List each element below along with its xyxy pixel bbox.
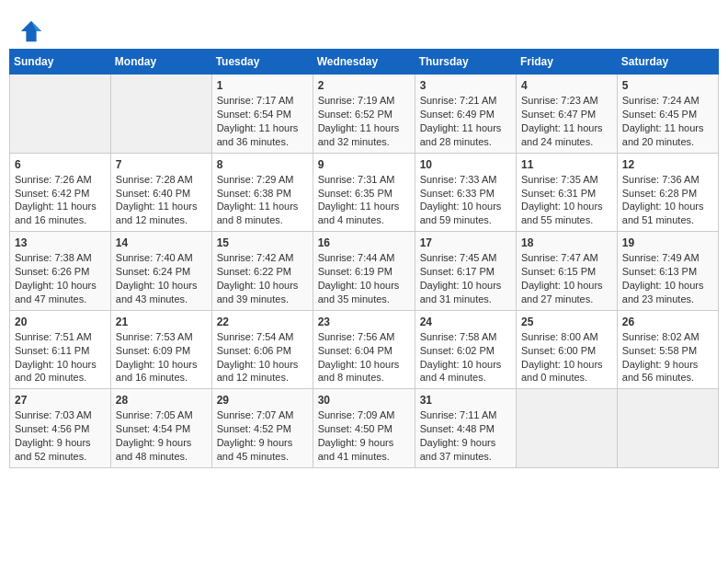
day-content: Daylight: 9 hours and 48 minutes. — [116, 436, 207, 464]
calendar-cell: 23Sunrise: 7:56 AMSunset: 6:04 PMDayligh… — [313, 310, 415, 389]
day-content: Sunset: 6:26 PM — [15, 265, 106, 279]
calendar-week-row: 13Sunrise: 7:38 AMSunset: 6:26 PMDayligh… — [10, 232, 719, 311]
day-number: 4 — [521, 78, 612, 93]
day-number: 26 — [622, 315, 713, 329]
day-number: 29 — [217, 393, 308, 408]
day-number: 21 — [116, 315, 207, 329]
day-content: Sunset: 4:54 PM — [116, 422, 207, 436]
day-content: Sunset: 6:09 PM — [116, 344, 207, 358]
day-content: Daylight: 10 hours and 20 minutes. — [15, 358, 106, 385]
day-content: Sunrise: 7:40 AM — [116, 251, 207, 265]
day-content: Daylight: 10 hours and 12 minutes. — [217, 358, 308, 385]
day-content: Daylight: 9 hours and 45 minutes. — [217, 436, 308, 464]
day-content: Sunset: 6:04 PM — [318, 344, 410, 358]
calendar-cell: 2Sunrise: 7:19 AMSunset: 6:52 PMDaylight… — [313, 75, 415, 154]
day-content: Sunrise: 7:09 AM — [318, 408, 410, 422]
calendar-cell: 7Sunrise: 7:28 AMSunset: 6:40 PMDaylight… — [110, 153, 211, 232]
day-content: Sunset: 4:48 PM — [420, 422, 511, 436]
calendar-cell: 22Sunrise: 7:54 AMSunset: 6:06 PMDayligh… — [211, 310, 313, 389]
calendar-cell: 20Sunrise: 7:51 AMSunset: 6:11 PMDayligh… — [10, 310, 111, 389]
day-content: Sunrise: 8:00 AM — [521, 330, 612, 344]
day-number: 2 — [318, 78, 410, 93]
calendar-cell: 25Sunrise: 8:00 AMSunset: 6:00 PMDayligh… — [516, 310, 617, 389]
day-content: Sunrise: 7:51 AM — [15, 330, 106, 344]
calendar-cell: 1Sunrise: 7:17 AMSunset: 6:54 PMDaylight… — [211, 75, 313, 154]
day-number: 7 — [116, 157, 207, 172]
day-content: Sunset: 4:52 PM — [217, 422, 308, 436]
day-content: Sunset: 6:17 PM — [420, 265, 511, 279]
day-number: 27 — [15, 393, 106, 408]
calendar-cell: 3Sunrise: 7:21 AMSunset: 6:49 PMDaylight… — [415, 75, 516, 154]
day-content: Sunset: 6:22 PM — [217, 265, 308, 279]
day-number: 15 — [217, 236, 308, 250]
day-content: Sunrise: 7:33 AM — [420, 173, 511, 187]
day-content: Sunset: 6:40 PM — [116, 187, 207, 201]
day-content: Sunrise: 7:21 AM — [420, 94, 511, 108]
calendar-cell: 16Sunrise: 7:44 AMSunset: 6:19 PMDayligh… — [313, 232, 415, 311]
day-content: Daylight: 11 hours and 32 minutes. — [318, 121, 410, 149]
day-content: Sunrise: 7:28 AM — [116, 173, 207, 187]
day-content: Sunrise: 7:53 AM — [116, 330, 207, 344]
day-content: Daylight: 10 hours and 16 minutes. — [116, 358, 207, 385]
day-content: Sunset: 6:06 PM — [217, 344, 308, 358]
calendar-cell: 10Sunrise: 7:33 AMSunset: 6:33 PMDayligh… — [415, 153, 516, 232]
day-content: Sunrise: 7:29 AM — [217, 173, 308, 187]
calendar-table: SundayMondayTuesdayWednesdayThursdayFrid… — [9, 49, 719, 468]
day-content: Daylight: 10 hours and 8 minutes. — [318, 358, 410, 385]
day-content: Sunrise: 7:17 AM — [217, 94, 308, 108]
calendar-cell — [516, 389, 617, 468]
calendar-cell: 12Sunrise: 7:36 AMSunset: 6:28 PMDayligh… — [617, 153, 718, 232]
calendar-week-row: 20Sunrise: 7:51 AMSunset: 6:11 PMDayligh… — [10, 310, 719, 389]
calendar-cell: 31Sunrise: 7:11 AMSunset: 4:48 PMDayligh… — [415, 389, 516, 468]
day-content: Daylight: 9 hours and 56 minutes. — [622, 358, 713, 385]
day-content: Daylight: 9 hours and 52 minutes. — [15, 436, 106, 464]
day-content: Sunset: 6:35 PM — [318, 187, 410, 201]
day-content: Sunset: 6:15 PM — [521, 265, 612, 279]
calendar-cell: 15Sunrise: 7:42 AMSunset: 6:22 PMDayligh… — [211, 232, 313, 311]
day-number: 22 — [217, 315, 308, 329]
day-number: 3 — [420, 78, 511, 93]
day-content: Sunrise: 7:35 AM — [521, 173, 612, 187]
day-content: Daylight: 11 hours and 8 minutes. — [217, 200, 308, 227]
day-content: Daylight: 11 hours and 20 minutes. — [622, 121, 713, 149]
day-content: Sunrise: 7:54 AM — [217, 330, 308, 344]
day-content: Sunrise: 7:26 AM — [15, 173, 106, 187]
day-content: Sunset: 6:33 PM — [420, 187, 511, 201]
day-header-thursday: Thursday — [415, 50, 516, 75]
day-content: Sunset: 4:50 PM — [318, 422, 410, 436]
day-content: Sunrise: 7:58 AM — [420, 330, 511, 344]
day-content: Daylight: 11 hours and 12 minutes. — [116, 200, 207, 227]
day-content: Sunset: 4:56 PM — [15, 422, 106, 436]
day-content: Daylight: 10 hours and 35 minutes. — [318, 279, 410, 306]
day-number: 31 — [420, 393, 511, 408]
calendar-cell: 6Sunrise: 7:26 AMSunset: 6:42 PMDaylight… — [10, 153, 111, 232]
day-number: 16 — [318, 236, 410, 250]
day-content: Daylight: 9 hours and 41 minutes. — [318, 436, 410, 464]
day-content: Sunset: 6:52 PM — [318, 108, 410, 121]
day-content: Daylight: 10 hours and 47 minutes. — [15, 279, 106, 306]
calendar-cell: 11Sunrise: 7:35 AMSunset: 6:31 PMDayligh… — [516, 153, 617, 232]
day-header-friday: Friday — [516, 50, 617, 75]
calendar-week-row: 1Sunrise: 7:17 AMSunset: 6:54 PMDaylight… — [10, 75, 719, 154]
calendar-cell: 26Sunrise: 8:02 AMSunset: 5:58 PMDayligh… — [617, 310, 718, 389]
day-number: 8 — [217, 157, 308, 172]
day-header-saturday: Saturday — [617, 50, 718, 75]
day-number: 19 — [622, 236, 713, 250]
day-content: Daylight: 11 hours and 4 minutes. — [318, 200, 410, 227]
calendar-cell — [617, 389, 718, 468]
calendar-cell: 14Sunrise: 7:40 AMSunset: 6:24 PMDayligh… — [110, 232, 211, 311]
day-content: Daylight: 10 hours and 59 minutes. — [420, 200, 511, 227]
day-content: Sunset: 6:31 PM — [521, 187, 612, 201]
day-number: 11 — [521, 157, 612, 172]
day-content: Daylight: 10 hours and 27 minutes. — [521, 279, 612, 306]
day-number: 10 — [420, 157, 511, 172]
day-number: 12 — [622, 157, 713, 172]
day-number: 23 — [318, 315, 410, 329]
day-content: Sunrise: 7:42 AM — [217, 251, 308, 265]
day-content: Sunrise: 7:44 AM — [318, 251, 410, 265]
day-number: 1 — [217, 78, 308, 93]
day-number: 9 — [318, 157, 410, 172]
day-content: Sunset: 6:00 PM — [521, 344, 612, 358]
day-content: Sunrise: 7:49 AM — [622, 251, 713, 265]
calendar-cell: 9Sunrise: 7:31 AMSunset: 6:35 PMDaylight… — [313, 153, 415, 232]
